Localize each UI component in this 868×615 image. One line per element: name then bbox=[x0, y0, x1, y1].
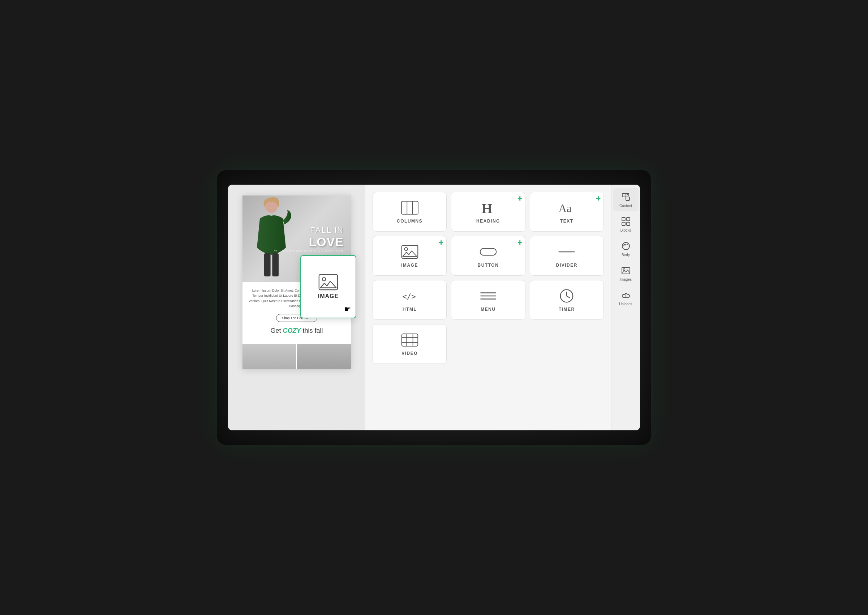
cursor-icon: ☛ bbox=[344, 304, 351, 314]
svg-rect-26 bbox=[622, 193, 626, 197]
svg-line-20 bbox=[567, 296, 570, 298]
block-card-button[interactable]: ✚ BUTTON bbox=[451, 236, 525, 276]
get-cozy-text: Get COZY this fall bbox=[248, 327, 345, 335]
block-card-timer[interactable]: TIMER bbox=[530, 280, 604, 320]
image-block-icon bbox=[401, 245, 418, 259]
svg-rect-30 bbox=[622, 222, 625, 225]
timer-icon bbox=[558, 289, 575, 303]
app-window: FALL IN LOVE WITH OUR SEASON'S COLLECTIO… bbox=[228, 185, 640, 430]
blocks-panel: COLUMNS ✚ H HEADING ✚ bbox=[365, 185, 611, 430]
get-cozy-suffix: this fall bbox=[301, 327, 323, 334]
block-card-text[interactable]: ✚ Aa TEXT bbox=[530, 192, 604, 232]
timer-label: TIMER bbox=[559, 307, 575, 312]
block-card-video[interactable]: VIDEO bbox=[373, 324, 446, 364]
get-cozy-prefix: Get bbox=[270, 327, 283, 334]
images-label: Images bbox=[620, 278, 632, 281]
body-label: Body bbox=[621, 253, 630, 257]
content-icon bbox=[621, 192, 631, 202]
svg-point-4 bbox=[322, 278, 326, 281]
columns-icon bbox=[401, 201, 418, 215]
svg-rect-31 bbox=[627, 222, 630, 225]
sidebar-item-uploads[interactable]: Uploads bbox=[613, 287, 639, 310]
svg-text:</>: </> bbox=[402, 292, 415, 301]
block-card-menu[interactable]: MENU bbox=[451, 280, 525, 320]
block-card-image[interactable]: ✚ IMAGE bbox=[373, 236, 446, 276]
divider-label: DIVIDER bbox=[556, 263, 578, 268]
text-label: TEXT bbox=[560, 219, 573, 224]
button-block-icon bbox=[479, 245, 497, 259]
svg-rect-28 bbox=[622, 217, 625, 221]
blocks-icon bbox=[621, 217, 631, 226]
block-card-columns[interactable]: COLUMNS bbox=[373, 192, 446, 232]
image-add-icon: ✚ bbox=[439, 239, 443, 246]
heading-label: HEADING bbox=[476, 219, 500, 224]
floating-image-label: IMAGE bbox=[318, 293, 339, 300]
sidebar-item-body[interactable]: Body bbox=[613, 237, 639, 261]
block-card-heading[interactable]: ✚ H HEADING bbox=[451, 192, 525, 232]
svg-point-33 bbox=[623, 244, 624, 245]
footer-image-1 bbox=[242, 344, 296, 369]
svg-rect-21 bbox=[401, 334, 418, 346]
svg-rect-12 bbox=[480, 248, 496, 256]
images-icon bbox=[621, 265, 631, 276]
image-label: IMAGE bbox=[401, 263, 418, 268]
email-preview-panel: FALL IN LOVE WITH OUR SEASON'S COLLECTIO… bbox=[228, 185, 365, 430]
footer-image-2 bbox=[297, 344, 351, 369]
svg-rect-2 bbox=[272, 253, 279, 276]
hero-text: FALL IN LOVE WITH OUR SEASON'S COLLECTIO… bbox=[274, 225, 343, 252]
svg-rect-34 bbox=[622, 267, 630, 274]
uploads-label: Uploads bbox=[619, 302, 632, 306]
get-cozy-bold: COZY bbox=[283, 327, 301, 334]
heading-add-icon: ✚ bbox=[517, 195, 522, 202]
html-label: HTML bbox=[403, 307, 417, 312]
sidebar-item-blocks[interactable]: Blocks bbox=[613, 213, 639, 236]
svg-rect-5 bbox=[401, 201, 418, 214]
svg-point-32 bbox=[622, 242, 629, 250]
block-card-divider[interactable]: DIVIDER bbox=[530, 236, 604, 276]
svg-rect-27 bbox=[626, 197, 629, 201]
text-icon: Aa bbox=[558, 201, 575, 215]
floating-image-block[interactable]: IMAGE ☛ bbox=[300, 255, 356, 318]
divider-icon bbox=[558, 245, 575, 259]
floating-image-icon bbox=[318, 274, 338, 290]
email-footer-images bbox=[242, 344, 351, 369]
hero-subtitle: WITH OUR SEASON'S COLLECTION bbox=[274, 249, 343, 252]
svg-point-35 bbox=[623, 269, 625, 271]
video-label: VIDEO bbox=[401, 351, 418, 356]
hero-line1: FALL IN bbox=[274, 225, 343, 235]
svg-point-11 bbox=[404, 248, 407, 251]
button-label: BUTTON bbox=[478, 263, 499, 268]
uploads-icon bbox=[621, 290, 631, 300]
hero-line2: LOVE bbox=[274, 235, 343, 249]
svg-text:Aa: Aa bbox=[559, 202, 572, 215]
menu-icon bbox=[479, 289, 497, 303]
video-icon bbox=[401, 333, 418, 347]
block-card-html[interactable]: </> HTML bbox=[373, 280, 446, 320]
blocks-grid: COLUMNS ✚ H HEADING ✚ bbox=[373, 192, 604, 364]
svg-rect-1 bbox=[264, 253, 271, 276]
blocks-label: Blocks bbox=[620, 228, 631, 233]
body-icon bbox=[621, 241, 631, 251]
svg-rect-29 bbox=[627, 217, 630, 221]
button-add-icon: ✚ bbox=[517, 239, 522, 246]
html-icon: </> bbox=[401, 289, 418, 303]
sidebar-item-images[interactable]: Images bbox=[613, 262, 639, 285]
heading-icon: H bbox=[479, 201, 497, 215]
content-label: Content bbox=[620, 204, 632, 208]
screen-container: FALL IN LOVE WITH OUR SEASON'S COLLECTIO… bbox=[217, 170, 651, 445]
text-add-icon: ✚ bbox=[596, 195, 601, 202]
columns-label: COLUMNS bbox=[397, 219, 422, 224]
menu-label: MENU bbox=[481, 307, 495, 312]
sidebar-item-content[interactable]: Content bbox=[613, 188, 639, 211]
svg-text:H: H bbox=[482, 201, 493, 215]
sidebar: Content Blocks bbox=[611, 185, 640, 430]
